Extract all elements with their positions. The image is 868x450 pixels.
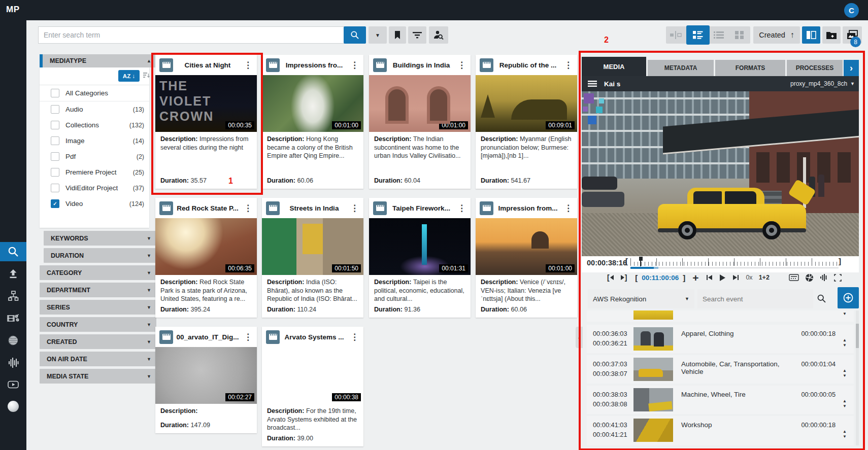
facet-item-image[interactable]: Image(14) [40, 133, 149, 149]
mark-in-bracket[interactable]: [ [635, 273, 638, 282]
nav-video-player[interactable] [0, 375, 26, 394]
kebab-menu-icon[interactable]: ⋮ [349, 61, 360, 70]
facet-item-video[interactable]: ✓Video(124) [40, 196, 149, 212]
nav-audio[interactable] [0, 353, 26, 372]
asset-card-arvato-systems[interactable]: Arvato Systems ...⋮ 00:00:38 Description… [262, 327, 363, 446]
facet-media-state-header[interactable]: MEDIA STATE▼ [40, 369, 156, 384]
nav-workflow[interactable] [0, 286, 26, 305]
timecode-display-icon[interactable] [789, 274, 799, 281]
audio-channels-indicator[interactable]: 1+2 [759, 274, 770, 281]
user-avatar[interactable]: C [844, 3, 859, 18]
checkbox[interactable] [51, 184, 59, 192]
facet-item-pdf[interactable]: Pdf(2) [40, 149, 149, 164]
chevron-down-icon[interactable]: ▼ [843, 311, 847, 316]
kebab-menu-icon[interactable]: ⋮ [562, 204, 574, 213]
kebab-menu-icon[interactable]: ⋮ [456, 61, 468, 70]
play-icon[interactable] [720, 274, 725, 281]
nav-sports[interactable] [0, 397, 26, 416]
facet-item-vidieditor-project[interactable]: VidiEditor Project(37) [40, 180, 149, 196]
sort-button[interactable]: Created ↑ [753, 26, 800, 44]
analysis-source-dropdown[interactable]: AWS Rekognition ▼ [588, 289, 694, 308]
event-thumbnail[interactable] [633, 327, 673, 351]
proxy-format-dropdown[interactable]: proxy_mp4_360_8ch ▼ [790, 80, 855, 87]
tab-media-active[interactable]: MEDIA [582, 57, 646, 76]
add-to-folder-button[interactable] [822, 26, 841, 44]
checkbox[interactable] [51, 121, 59, 129]
checkbox-checked[interactable]: ✓ [51, 199, 59, 208]
event-thumbnail[interactable] [633, 419, 673, 442]
event-row-automobile[interactable]: 00:00:37:03 00:00:38:07 Automobile, Car,… [587, 355, 854, 384]
tab-formats[interactable]: FORMATS [715, 60, 785, 76]
card-thumbnail[interactable]: 00:01:50 [262, 218, 363, 275]
nav-search-active[interactable] [0, 242, 26, 261]
facet-item-premiere-project[interactable]: Premiere Project(25) [40, 164, 149, 180]
card-thumbnail[interactable]: 00:01:00 [369, 75, 471, 132]
event-thumbnail[interactable] [633, 388, 673, 411]
event-row-workshop[interactable]: 00:00:41:03 00:00:41:21 Workshop 00:00:0… [587, 416, 854, 445]
facet-department-header[interactable]: DEPARTMENT▼ [40, 283, 156, 297]
facet-series-header[interactable]: SERIES▼ [40, 300, 156, 315]
facet-mediatype-header[interactable]: MEDIATYPE ▲ [40, 54, 156, 67]
kebab-menu-icon[interactable]: ⋮ [242, 204, 254, 213]
kebab-menu-icon[interactable]: ⋮ [242, 333, 254, 341]
kebab-menu-icon[interactable]: ⋮ [242, 61, 254, 70]
nav-upload[interactable] [0, 264, 26, 284]
facet-on-air-date-header[interactable]: ON AIR DATE▼ [40, 352, 156, 366]
event-row-partial[interactable]: ▼ [587, 310, 854, 322]
compare-view-button[interactable] [669, 30, 682, 40]
card-view-button-active[interactable] [686, 25, 710, 45]
search-options-dropdown[interactable]: ▼ [369, 26, 387, 44]
timeline-track[interactable] [630, 267, 839, 268]
checkbox[interactable] [51, 168, 59, 177]
facet-item-all-categories[interactable]: All Categories [40, 85, 149, 101]
speed-indicator[interactable]: 0x [746, 274, 752, 281]
card-thumbnail[interactable]: 00:09:01 [476, 75, 577, 132]
facet-item-audio[interactable]: Audio(13) [40, 101, 149, 117]
video-viewport[interactable] [582, 91, 859, 256]
card-thumbnail[interactable]: 00:00:38 [262, 347, 363, 404]
asset-card-impression-venice[interactable]: Impression from...⋮ 00:01:00 Description… [476, 198, 577, 318]
card-thumbnail[interactable]: THE VIOLET CROWN 00:00:35 [155, 75, 257, 132]
event-row-apparel[interactable]: 00:00:36:03 00:00:36:21 Apparel, Clothin… [587, 325, 854, 353]
kebab-menu-icon[interactable]: ⋮ [349, 333, 360, 341]
asset-card-impressions[interactable]: Impressions fro...⋮ 00:01:00 Description… [262, 55, 363, 189]
panel-collapse-handle[interactable]: ‹ [576, 327, 583, 348]
app-logo[interactable]: MP [6, 5, 20, 15]
facet-category-header[interactable]: CATEGORY▼ [40, 265, 156, 280]
count-sort-icon[interactable] [143, 72, 150, 80]
event-reorder-control[interactable]: ▲▼ [843, 338, 847, 348]
event-reorder-control[interactable]: ▲▼ [843, 429, 847, 439]
asset-card-arvato-it[interactable]: 00_arvato_IT_Dig...⋮ 00:02:27 Descriptio… [155, 327, 257, 433]
user-search-button[interactable] [429, 26, 448, 44]
card-thumbnail[interactable]: 00:02:27 [155, 347, 257, 404]
asset-card-cities-at-night[interactable]: Cities at Night ⋮ THE VIOLET CROWN 00:00… [155, 55, 257, 189]
checkbox[interactable] [51, 152, 59, 161]
tabs-overflow-button[interactable]: › [844, 60, 859, 76]
event-search-input[interactable] [697, 289, 813, 308]
checkbox[interactable] [51, 136, 59, 145]
grid-view-button[interactable] [734, 30, 745, 40]
facet-duration-header[interactable]: DURATION▼ [44, 248, 156, 263]
fullscreen-icon[interactable] [834, 274, 842, 282]
audio-tracks-icon[interactable] [820, 274, 828, 281]
search-input[interactable] [38, 26, 346, 44]
kebab-menu-icon[interactable]: ⋮ [349, 204, 360, 213]
facet-created-header[interactable]: CREATED▼ [40, 334, 156, 349]
card-thumbnail[interactable]: 00:06:35 [155, 218, 257, 275]
add-event-button[interactable] [838, 287, 859, 308]
asset-card-republic[interactable]: Republic of the ...⋮ 00:09:01 Descriptio… [476, 55, 577, 189]
previous-event-button[interactable]: [ [607, 273, 614, 282]
alpha-sort-button[interactable]: AZ ↓ [118, 70, 140, 82]
nav-wiki[interactable] [0, 331, 26, 350]
detail-panel-toggle-button[interactable] [802, 26, 820, 44]
asset-card-taipeh[interactable]: Taipeh Firework...⋮ 00:01:31 Description… [369, 198, 471, 318]
next-event-button[interactable]: ] [620, 273, 627, 282]
asset-card-buildings-in-india[interactable]: Buildings in India⋮ 00:01:00 Description… [369, 55, 471, 189]
range-timecode[interactable]: 00:11:00:06 [642, 274, 679, 282]
hamburger-menu-icon[interactable] [588, 80, 597, 87]
card-thumbnail[interactable]: 00:01:31 [369, 218, 471, 275]
filter-button[interactable] [408, 26, 426, 44]
event-list-scrollbar-thumb[interactable] [856, 324, 859, 348]
skip-forward-icon[interactable] [732, 274, 739, 281]
facet-item-collections[interactable]: Collections(132) [40, 117, 149, 133]
